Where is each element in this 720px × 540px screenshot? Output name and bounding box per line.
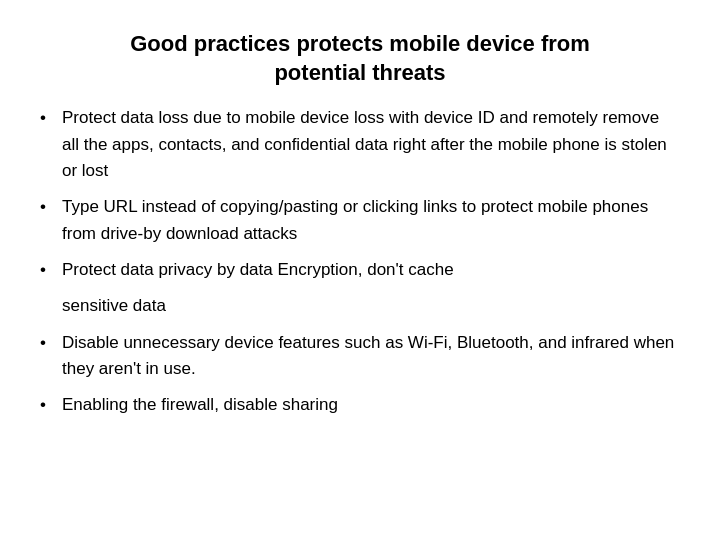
list-item: • Type URL instead of copying/pasting or…	[40, 194, 680, 247]
list-item: • Protect data privacy by data Encryptio…	[40, 257, 680, 283]
title-line2: potential threats	[40, 59, 680, 88]
bullet-symbol: •	[40, 105, 58, 131]
bullet-symbol: •	[40, 392, 58, 418]
bullet-text: Protect data loss due to mobile device l…	[62, 105, 680, 184]
list-item: • Protect data loss due to mobile device…	[40, 105, 680, 184]
list-item: • Enabling the firewall, disable sharing	[40, 392, 680, 418]
bullet-list-2: • Disable unnecessary device features su…	[40, 330, 680, 419]
bullet-symbol: •	[40, 257, 58, 283]
bullet-list-1: • Protect data loss due to mobile device…	[40, 105, 680, 283]
bullet-text: Type URL instead of copying/pasting or c…	[62, 194, 680, 247]
indent-text: sensitive data	[40, 293, 680, 319]
bullet-symbol: •	[40, 330, 58, 356]
list-item: • Disable unnecessary device features su…	[40, 330, 680, 383]
bullet-text: Enabling the firewall, disable sharing	[62, 392, 680, 418]
bullet-symbol: •	[40, 194, 58, 220]
main-content: Good practices protects mobile device fr…	[40, 30, 680, 429]
title-line1: Good practices protects mobile device fr…	[40, 30, 680, 59]
bullet-text: Disable unnecessary device features such…	[62, 330, 680, 383]
bullet-text: Protect data privacy by data Encryption,…	[62, 257, 680, 283]
